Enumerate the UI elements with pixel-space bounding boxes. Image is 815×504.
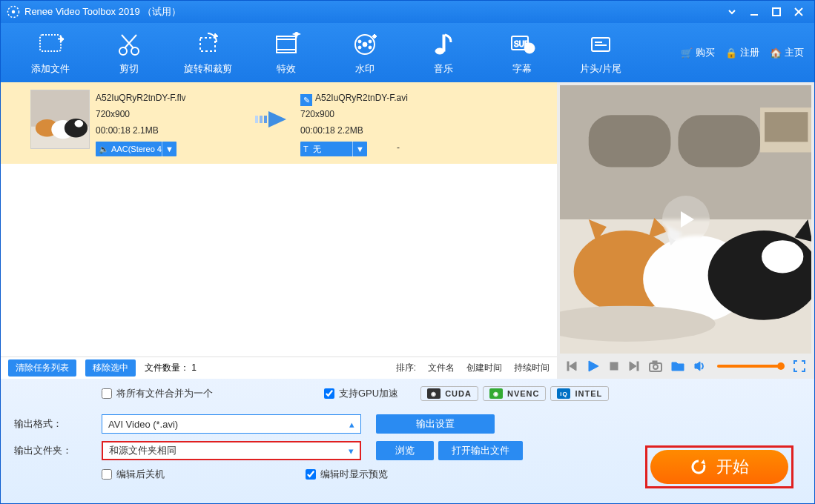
- play-button[interactable]: [587, 359, 600, 373]
- tool-effects[interactable]: ✦ 特效: [247, 30, 326, 76]
- svg-point-9: [131, 47, 139, 55]
- next-button[interactable]: [628, 360, 640, 372]
- stop-button[interactable]: [609, 361, 619, 371]
- start-button-highlight: 开始: [645, 445, 793, 488]
- main-toolbar: + 添加文件 剪切 旋转和裁剪 ✦ 特效 水印 音乐 SUBT 字幕 片头/片尾…: [1, 23, 814, 82]
- output-format-label: 输出格式：: [14, 417, 102, 431]
- prev-button[interactable]: [566, 360, 578, 372]
- speaker-icon: 🔈: [99, 141, 109, 157]
- gpu-checkbox[interactable]: 支持GPU加速: [324, 387, 398, 400]
- start-button[interactable]: 开始: [650, 450, 788, 484]
- preview-checkbox[interactable]: 编辑时显示预览: [306, 468, 388, 481]
- svg-point-56: [653, 365, 658, 369]
- svg-rect-57: [653, 361, 657, 364]
- subtitle-extra: -: [397, 139, 400, 156]
- output-folder-select[interactable]: 和源文件夹相同▾: [102, 441, 361, 460]
- chevron-down-icon: ▼: [162, 141, 174, 157]
- maximize-button[interactable]: [767, 4, 786, 19]
- file-count-label: 文件数量： 1: [145, 362, 197, 374]
- home-link[interactable]: 🏠主页: [770, 46, 804, 59]
- clear-list-button[interactable]: 清除任务列表: [8, 359, 76, 377]
- tool-watermark[interactable]: 水印: [326, 30, 404, 76]
- close-button[interactable]: [789, 4, 808, 19]
- video-preview[interactable]: [560, 85, 811, 354]
- player-controls: [557, 354, 814, 379]
- svg-rect-24: [443, 35, 445, 51]
- svg-rect-3: [773, 8, 780, 16]
- svg-line-11: [122, 35, 133, 48]
- file-list-pane: A52IuQRyR2tnDY-F.flv 720x900 00:00:18 2.…: [1, 82, 557, 379]
- sort-by-ctime[interactable]: 创建时间: [466, 362, 502, 374]
- buy-link[interactable]: 🛒购买: [681, 46, 715, 59]
- tool-label: 添加文件: [31, 62, 70, 76]
- nvenc-badge: ◉NVENC: [483, 386, 547, 401]
- register-link[interactable]: 🔒注册: [725, 46, 759, 59]
- chevron-up-icon: ▴: [349, 419, 354, 430]
- svg-text:T: T: [527, 44, 532, 53]
- output-folder-label: 输出文件夹：: [14, 444, 102, 457]
- tool-cut[interactable]: 剪切: [90, 30, 168, 76]
- remove-selected-button[interactable]: 移除选中: [85, 359, 136, 377]
- subtitle-track-dropdown[interactable]: T 无▼: [300, 142, 367, 156]
- tool-label: 特效: [277, 62, 296, 76]
- app-logo-icon: [7, 5, 20, 19]
- snapshot-button[interactable]: [649, 360, 662, 372]
- fullscreen-button[interactable]: [793, 360, 805, 372]
- preview-pane: [557, 82, 814, 379]
- svg-point-37: [75, 120, 84, 127]
- shutdown-checkbox[interactable]: 编辑后关机: [102, 468, 165, 481]
- svg-line-10: [125, 35, 136, 48]
- home-icon: 🏠: [770, 47, 782, 59]
- output-file-info: ✎A52IuQRyR2tnDY-F.avi 720x900 00:00:18 2…: [300, 90, 463, 156]
- file-row[interactable]: A52IuQRyR2tnDY-F.flv 720x900 00:00:18 2.…: [1, 82, 557, 164]
- volume-button[interactable]: [693, 360, 705, 372]
- svg-text:✦: ✦: [292, 32, 301, 40]
- output-format-select[interactable]: AVI Video (*.avi)▴: [102, 414, 361, 434]
- svg-point-8: [119, 47, 127, 55]
- list-action-bar: 清除任务列表 移除选中 文件数量： 1 排序: 文件名 创建时间 持续时间: [1, 357, 557, 379]
- audio-codec-dropdown[interactable]: 🔈 AAC(Stereo 4▼: [96, 142, 176, 156]
- fx-icon: ✦: [271, 30, 301, 59]
- cart-icon: 🛒: [681, 47, 693, 59]
- subtitle-icon: SUBT: [507, 30, 537, 59]
- browse-button[interactable]: 浏览: [376, 441, 434, 460]
- file-thumbnail: [30, 90, 90, 149]
- sort-by-name[interactable]: 文件名: [428, 362, 455, 374]
- svg-point-19: [358, 40, 361, 43]
- tool-subtitle[interactable]: SUBT 字幕: [483, 30, 561, 76]
- merge-checkbox[interactable]: 将所有文件合并为一个: [102, 387, 213, 400]
- menu-dropdown-icon[interactable]: [722, 4, 742, 19]
- input-file-info: A52IuQRyR2tnDY-F.flv 720x900 00:00:18 2.…: [96, 90, 244, 157]
- lock-icon: 🔒: [725, 47, 737, 59]
- volume-slider[interactable]: [717, 365, 782, 368]
- svg-rect-38: [255, 116, 258, 123]
- tool-rotate-crop[interactable]: 旋转和裁剪: [168, 30, 247, 76]
- input-filename: A52IuQRyR2tnDY-F.flv: [96, 90, 244, 106]
- titlebar: Renee Video Toolbox 2019 （试用）: [1, 1, 814, 23]
- app-title: Renee Video Toolbox 2019 （试用）: [24, 5, 181, 19]
- svg-rect-12: [200, 38, 215, 51]
- svg-point-22: [369, 46, 372, 49]
- sort-by-duration[interactable]: 持续时间: [514, 362, 550, 374]
- tool-label: 音乐: [434, 62, 453, 76]
- tool-add-file[interactable]: + 添加文件: [11, 30, 90, 76]
- chevron-down-icon: ▼: [352, 141, 364, 157]
- svg-rect-39: [260, 116, 263, 123]
- svg-rect-43: [589, 115, 671, 167]
- tool-label: 水印: [355, 62, 374, 76]
- svg-point-20: [369, 40, 372, 43]
- minimize-button[interactable]: [745, 4, 764, 19]
- arrow-icon: [250, 90, 294, 149]
- open-output-button[interactable]: 打开输出文件: [438, 441, 523, 460]
- open-folder-button[interactable]: [671, 360, 684, 372]
- tool-label: 剪切: [119, 62, 139, 76]
- addfile-icon: +: [36, 30, 65, 59]
- play-overlay-icon[interactable]: [662, 196, 710, 243]
- output-filename: A52IuQRyR2tnDY-F.avi: [315, 93, 408, 103]
- tool-music[interactable]: 音乐: [404, 30, 483, 76]
- tool-intro-outro[interactable]: 片头/片尾: [561, 30, 640, 76]
- rotate-icon: [193, 30, 222, 59]
- output-settings-button[interactable]: 输出设置: [376, 414, 495, 434]
- svg-point-21: [358, 46, 361, 49]
- tool-label: 字幕: [512, 62, 532, 76]
